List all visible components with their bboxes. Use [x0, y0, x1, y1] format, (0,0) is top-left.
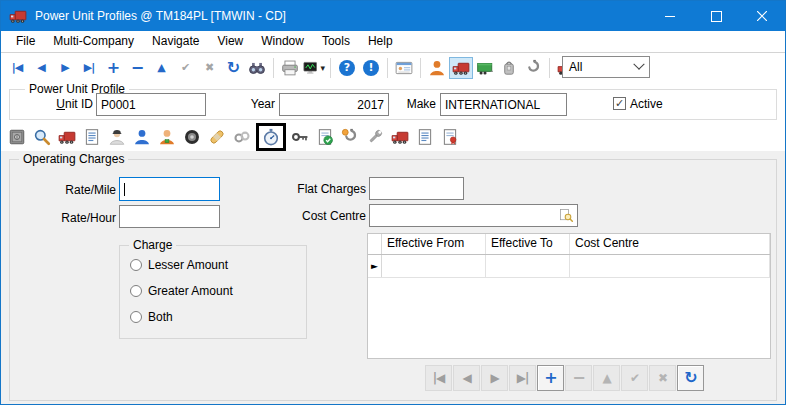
print-icon[interactable] — [278, 57, 302, 79]
grid-row[interactable]: ► — [368, 255, 770, 278]
flat-charges-label: Flat Charges — [281, 182, 366, 196]
license-icon[interactable] — [438, 126, 462, 148]
cancel-glyph: ✖ — [205, 62, 213, 73]
grid-add-button[interactable]: + — [537, 365, 564, 391]
inspection-icon[interactable] — [313, 126, 337, 148]
grid-delete-button[interactable]: − — [565, 365, 592, 391]
power-unit-icon[interactable] — [449, 57, 473, 79]
unit-icon[interactable] — [55, 126, 79, 148]
flat-charges-input[interactable] — [369, 177, 464, 200]
charge-option-lesser-amount[interactable]: Lesser Amount — [130, 258, 233, 272]
delete-record-icon[interactable]: − — [125, 57, 149, 79]
owner-icon[interactable] — [155, 126, 179, 148]
officer-icon[interactable] — [130, 126, 154, 148]
operating-charges-group-label: Operating Charges — [19, 152, 128, 166]
filter-combobox-value: All — [569, 60, 582, 74]
grid-delete-icon: − — [572, 370, 584, 386]
operating-charges-icon[interactable] — [259, 126, 283, 148]
hook-icon[interactable] — [521, 57, 545, 79]
grid-col-effective-from[interactable]: Effective From — [382, 234, 486, 254]
minimize-button[interactable] — [647, 1, 693, 31]
make-input[interactable] — [440, 93, 567, 116]
menu-help[interactable]: Help — [359, 31, 402, 52]
storage-icon[interactable] — [5, 126, 29, 148]
close-button[interactable] — [739, 1, 785, 31]
driver-cap-icon[interactable] — [105, 126, 129, 148]
tow-icon[interactable] — [338, 126, 362, 148]
toolbar-separator — [273, 58, 274, 78]
year-input[interactable] — [279, 93, 389, 116]
driver-icon[interactable] — [425, 57, 449, 79]
charge-option-greater-amount[interactable]: Greater Amount — [130, 284, 233, 298]
cost-centre-label: Cost Centre — [281, 209, 366, 223]
grid-cell[interactable] — [486, 255, 570, 277]
repair-icon[interactable] — [205, 126, 229, 148]
cost-centre-lookup-button[interactable] — [557, 206, 576, 225]
cost-centre-field — [369, 204, 578, 227]
info-icon-badge: ! — [363, 60, 379, 76]
add-record-icon[interactable]: + — [101, 57, 125, 79]
radio-label: Lesser Amount — [148, 258, 228, 272]
cost-centre-grid[interactable]: Effective FromEffective ToCost Centre ► — [367, 233, 771, 359]
trailer-icon[interactable] — [473, 57, 497, 79]
post-icon[interactable]: ✔ — [173, 57, 197, 79]
grid-first-icon: |◀ — [433, 372, 445, 384]
cancel-icon[interactable]: ✖ — [197, 57, 221, 79]
cost-centre-input[interactable] — [370, 209, 557, 223]
find-icon[interactable] — [245, 57, 269, 79]
menu-window[interactable]: Window — [252, 31, 313, 52]
last-record-icon[interactable]: ▶| — [77, 57, 101, 79]
grid-next-button[interactable]: ▶ — [481, 365, 508, 391]
report-icon[interactable] — [413, 126, 437, 148]
grid-last-button[interactable]: ▶| — [509, 365, 536, 391]
grid-col-cost-centre[interactable]: Cost Centre — [570, 234, 770, 254]
menu-multi-company[interactable]: Multi-Company — [44, 31, 143, 52]
year-label: Year — [231, 97, 275, 111]
window-title: Power Unit Profiles @ TM184PL [TMWIN - C… — [35, 9, 286, 23]
info-icon[interactable]: ! — [359, 57, 383, 79]
grid-cell[interactable] — [382, 255, 486, 277]
rate-hour-label: Rate/Hour — [31, 211, 116, 225]
first-record-icon[interactable]: |◀ — [5, 57, 29, 79]
maintenance-icon[interactable] — [363, 126, 387, 148]
grid-prev-button[interactable]: ◀ — [453, 365, 480, 391]
truck-profile-icon[interactable] — [388, 126, 412, 148]
prev-record-glyph: ◀ — [37, 62, 44, 73]
grid-first-button[interactable]: |◀ — [425, 365, 452, 391]
rate-mile-input[interactable] — [119, 177, 220, 201]
grid-col-effective-to[interactable]: Effective To — [486, 234, 570, 254]
parts-icon[interactable] — [230, 126, 254, 148]
tire-icon[interactable] — [180, 126, 204, 148]
grid-cell[interactable] — [570, 255, 770, 277]
charge-option-both[interactable]: Both — [130, 310, 233, 324]
menu-view[interactable]: View — [208, 31, 252, 52]
next-record-glyph: ▶ — [61, 62, 68, 73]
container-icon[interactable] — [497, 57, 521, 79]
details-icon[interactable] — [80, 126, 104, 148]
key-icon[interactable] — [288, 126, 312, 148]
active-checkbox[interactable]: ✓ — [613, 97, 626, 110]
next-record-icon[interactable]: ▶ — [53, 57, 77, 79]
menu-navigate[interactable]: Navigate — [143, 31, 208, 52]
profile-tab-toolbar — [1, 122, 785, 151]
grid-edit-button[interactable]: ▲ — [593, 365, 620, 391]
refresh-icon[interactable]: ↻ — [221, 57, 245, 79]
grid-cancel-button[interactable]: ✖ — [649, 365, 676, 391]
last-record-glyph: ▶| — [84, 62, 94, 73]
help-icon[interactable]: ? — [335, 57, 359, 79]
close-icon — [757, 11, 767, 21]
grid-post-button[interactable]: ✔ — [621, 365, 648, 391]
filter-combobox[interactable]: All — [562, 56, 650, 78]
edit-record-icon[interactable]: ▲ — [149, 57, 173, 79]
monitor-icon[interactable]: ▾ — [302, 57, 326, 79]
id-card-icon[interactable] — [392, 57, 416, 79]
prev-record-icon[interactable]: ◀ — [29, 57, 53, 79]
search-icon[interactable] — [30, 126, 54, 148]
menu-file[interactable]: File — [7, 31, 44, 52]
maximize-button[interactable] — [693, 1, 739, 31]
check-icon: ✓ — [615, 98, 624, 109]
menu-tools[interactable]: Tools — [313, 31, 359, 52]
grid-refresh-button[interactable]: ↻ — [677, 365, 704, 391]
unit-id-input[interactable] — [96, 93, 206, 116]
rate-hour-input[interactable] — [119, 205, 220, 228]
